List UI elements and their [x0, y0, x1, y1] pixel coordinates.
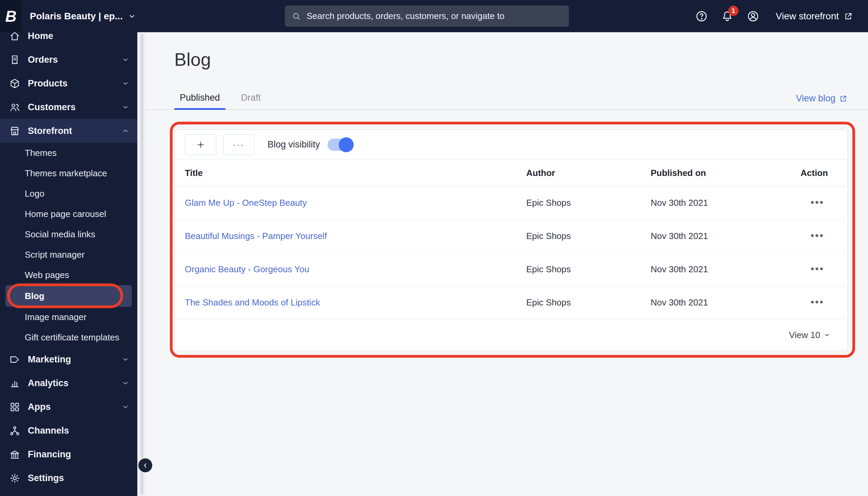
channels-icon [9, 425, 20, 436]
notification-badge: 1 [728, 6, 739, 16]
tab-draft[interactable]: Draft [236, 93, 266, 109]
sidebar-item-financing[interactable]: Financing [0, 443, 137, 466]
post-title-link[interactable]: Beautiful Musings - Pamper Yourself [185, 231, 526, 242]
sidebar-subitem-label: Home page carousel [25, 209, 106, 219]
logo-b-icon: B [5, 9, 16, 24]
sidebar-subitem-web-pages[interactable]: Web pages [0, 265, 137, 285]
sidebar-subitem-social-media-links[interactable]: Social media links [0, 224, 137, 245]
help-button[interactable] [695, 10, 708, 23]
row-actions-button[interactable]: ••• [810, 267, 824, 271]
sidebar-item-channels[interactable]: Channels [0, 419, 137, 443]
store-name: Polaris Beauty | ep... [30, 11, 123, 22]
sidebar-scrollbar-thumb[interactable] [140, 34, 143, 495]
table-header: Title Author Published on Action [175, 159, 847, 186]
chevron-down-icon [122, 104, 129, 111]
blog-visibility-toggle[interactable] [327, 139, 353, 151]
apps-icon [9, 401, 20, 413]
sidebar-scrollbar-track[interactable] [137, 32, 146, 496]
view-storefront-button[interactable]: View storefront [776, 11, 853, 22]
tab-published[interactable]: Published [174, 93, 226, 109]
view-blog-link[interactable]: View blog [796, 93, 848, 104]
search-input[interactable] [307, 11, 562, 21]
bigcommerce-logo[interactable]: B [0, 0, 22, 32]
column-author: Author [526, 168, 651, 178]
sidebar-subitem-blog[interactable]: Blog [5, 285, 132, 307]
sidebar-item-home[interactable]: Home [0, 32, 137, 48]
post-published-date: Nov 30th 2021 [651, 264, 801, 275]
add-post-button[interactable] [185, 134, 216, 155]
sidebar-item-label: Analytics [28, 378, 68, 389]
sidebar-item-label: Settings [28, 473, 64, 483]
chevron-down-icon [122, 356, 129, 363]
more-actions-button[interactable]: ... [223, 134, 254, 155]
sidebar-item-marketing[interactable]: Marketing [0, 347, 137, 371]
sidebar-item-label: Marketing [28, 354, 71, 365]
sidebar-subitem-label: Script manager [25, 249, 84, 260]
sidebar-item-analytics[interactable]: Analytics [0, 371, 137, 395]
sidebar-item-apps[interactable]: Apps [0, 395, 137, 419]
post-title-link[interactable]: Organic Beauty - Gorgeous You [185, 264, 526, 275]
sidebar-subitem-home-page-carousel[interactable]: Home page carousel [0, 204, 137, 224]
sidebar-subitem-logo[interactable]: Logo [0, 183, 137, 204]
post-title-link[interactable]: The Shades and Moods of Lipstick [185, 297, 526, 308]
account-button[interactable] [747, 10, 760, 23]
sidebar-collapse-button[interactable] [138, 459, 152, 472]
sidebar-subitem-image-manager[interactable]: Image manager [0, 307, 137, 327]
page-title: Blog [174, 49, 868, 70]
sidebar: Home Orders Products Customers Storefron… [0, 32, 137, 496]
chevron-down-icon [122, 56, 129, 63]
sidebar-nav-list: Home Orders Products Customers Storefron… [0, 32, 137, 490]
column-action: Action [801, 168, 828, 178]
financing-icon [9, 449, 20, 460]
toggle-knob [339, 137, 354, 152]
view-storefront-label: View storefront [776, 11, 839, 22]
chevron-down-icon [824, 331, 831, 338]
marketing-icon [9, 354, 20, 365]
sidebar-item-label: Customers [28, 102, 76, 112]
column-title: Title [185, 168, 526, 178]
sidebar-subitem-label: Social media links [25, 229, 95, 240]
row-actions-button[interactable]: ••• [810, 200, 824, 204]
storefront-icon [9, 125, 20, 137]
sidebar-item-products[interactable]: Products [0, 72, 137, 95]
global-search [285, 5, 569, 27]
row-actions-button[interactable]: ••• [810, 234, 824, 238]
post-author: Epic Shops [526, 198, 651, 208]
table-row: Glam Me Up - OneStep Beauty Epic Shops N… [175, 186, 847, 220]
sidebar-subitem-themes[interactable]: Themes [0, 143, 137, 163]
sidebar-subitem-themes-marketplace[interactable]: Themes marketplace [0, 163, 137, 183]
page-size-label: View 10 [789, 330, 820, 340]
chevron-up-icon [122, 127, 129, 135]
post-author: Epic Shops [526, 264, 651, 275]
sidebar-item-orders[interactable]: Orders [0, 48, 137, 72]
table-row: Organic Beauty - Gorgeous You Epic Shops… [175, 253, 847, 286]
external-link-icon [839, 94, 848, 103]
store-switcher[interactable]: Polaris Beauty | ep... [30, 11, 136, 22]
plus-icon [196, 140, 205, 150]
row-actions-button[interactable]: ••• [810, 300, 824, 304]
sidebar-item-label: Orders [28, 55, 58, 65]
post-published-date: Nov 30th 2021 [651, 231, 801, 242]
post-title-link[interactable]: Glam Me Up - OneStep Beauty [185, 198, 526, 208]
sidebar-subitem-label: Gift certificate templates [25, 332, 119, 343]
table-footer: View 10 [175, 319, 847, 351]
sidebar-subitem-label: Web pages [25, 270, 69, 280]
sidebar-item-settings[interactable]: Settings [0, 466, 137, 490]
topbar-actions: 1 View storefront [695, 0, 853, 32]
sidebar-item-storefront[interactable]: Storefront [0, 119, 137, 143]
analytics-icon [9, 377, 20, 389]
sidebar-item-label: Products [28, 78, 67, 89]
post-published-date: Nov 30th 2021 [651, 198, 801, 208]
chevron-down-icon [122, 379, 129, 387]
notifications-button[interactable]: 1 [721, 10, 734, 23]
page-size-dropdown[interactable]: View 10 [789, 330, 831, 340]
sidebar-item-customers[interactable]: Customers [0, 95, 137, 119]
sidebar-item-label: Apps [28, 402, 51, 412]
card-controls: ... Blog visibility [175, 130, 847, 159]
view-blog-label: View blog [796, 93, 835, 104]
topbar: B Polaris Beauty | ep... 1 [0, 0, 868, 32]
post-published-date: Nov 30th 2021 [651, 297, 801, 308]
sidebar-subitem-gift-certificate-templates[interactable]: Gift certificate templates [0, 327, 137, 347]
blog-posts-card: ... Blog visibility Title Author Publish… [174, 129, 848, 351]
sidebar-subitem-script-manager[interactable]: Script manager [0, 245, 137, 265]
